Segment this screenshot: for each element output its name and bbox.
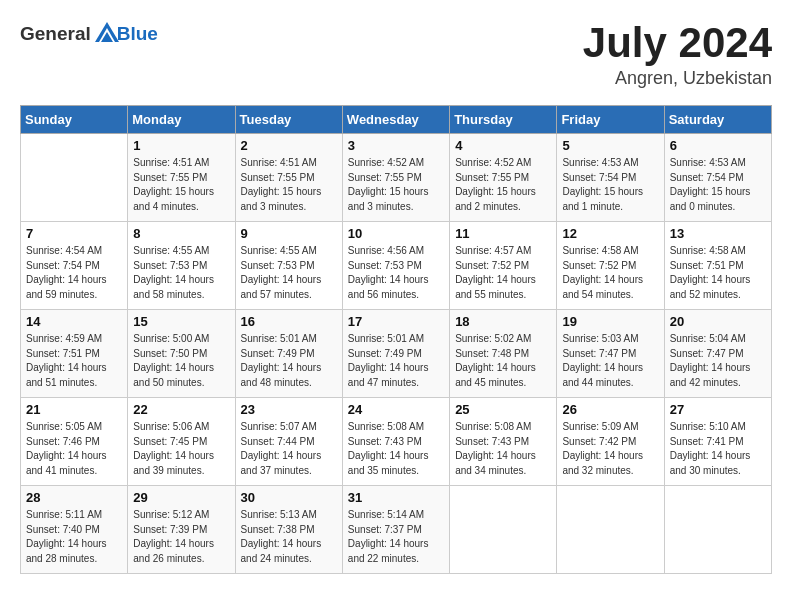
location-title: Angren, Uzbekistan — [583, 68, 772, 89]
calendar-day-cell: 14Sunrise: 4:59 AMSunset: 7:51 PMDayligh… — [21, 310, 128, 398]
day-number: 13 — [670, 226, 766, 241]
day-info: Sunrise: 4:51 AMSunset: 7:55 PMDaylight:… — [241, 156, 337, 214]
calendar-day-cell: 23Sunrise: 5:07 AMSunset: 7:44 PMDayligh… — [235, 398, 342, 486]
day-of-week-header: Thursday — [450, 106, 557, 134]
calendar-day-cell: 18Sunrise: 5:02 AMSunset: 7:48 PMDayligh… — [450, 310, 557, 398]
day-number: 26 — [562, 402, 658, 417]
logo: General Blue — [20, 20, 158, 48]
day-info: Sunrise: 5:04 AMSunset: 7:47 PMDaylight:… — [670, 332, 766, 390]
calendar-week-row: 21Sunrise: 5:05 AMSunset: 7:46 PMDayligh… — [21, 398, 772, 486]
calendar-day-cell: 8Sunrise: 4:55 AMSunset: 7:53 PMDaylight… — [128, 222, 235, 310]
day-info: Sunrise: 5:12 AMSunset: 7:39 PMDaylight:… — [133, 508, 229, 566]
calendar-day-cell — [21, 134, 128, 222]
calendar-day-cell — [557, 486, 664, 574]
day-of-week-header: Monday — [128, 106, 235, 134]
calendar-table: SundayMondayTuesdayWednesdayThursdayFrid… — [20, 105, 772, 574]
day-info: Sunrise: 5:07 AMSunset: 7:44 PMDaylight:… — [241, 420, 337, 478]
calendar-day-cell: 31Sunrise: 5:14 AMSunset: 7:37 PMDayligh… — [342, 486, 449, 574]
calendar-day-cell: 21Sunrise: 5:05 AMSunset: 7:46 PMDayligh… — [21, 398, 128, 486]
calendar-day-cell — [664, 486, 771, 574]
calendar-day-cell: 19Sunrise: 5:03 AMSunset: 7:47 PMDayligh… — [557, 310, 664, 398]
day-info: Sunrise: 4:58 AMSunset: 7:52 PMDaylight:… — [562, 244, 658, 302]
day-number: 23 — [241, 402, 337, 417]
month-title: July 2024 — [583, 20, 772, 66]
calendar-day-cell: 1Sunrise: 4:51 AMSunset: 7:55 PMDaylight… — [128, 134, 235, 222]
calendar-day-cell: 20Sunrise: 5:04 AMSunset: 7:47 PMDayligh… — [664, 310, 771, 398]
logo-blue: Blue — [117, 23, 158, 45]
calendar-day-cell: 27Sunrise: 5:10 AMSunset: 7:41 PMDayligh… — [664, 398, 771, 486]
calendar-day-cell: 24Sunrise: 5:08 AMSunset: 7:43 PMDayligh… — [342, 398, 449, 486]
day-info: Sunrise: 4:52 AMSunset: 7:55 PMDaylight:… — [348, 156, 444, 214]
day-of-week-header: Saturday — [664, 106, 771, 134]
calendar-week-row: 28Sunrise: 5:11 AMSunset: 7:40 PMDayligh… — [21, 486, 772, 574]
day-number: 8 — [133, 226, 229, 241]
calendar-day-cell: 4Sunrise: 4:52 AMSunset: 7:55 PMDaylight… — [450, 134, 557, 222]
day-number: 10 — [348, 226, 444, 241]
calendar-day-cell: 2Sunrise: 4:51 AMSunset: 7:55 PMDaylight… — [235, 134, 342, 222]
calendar-day-cell — [450, 486, 557, 574]
day-info: Sunrise: 4:59 AMSunset: 7:51 PMDaylight:… — [26, 332, 122, 390]
day-info: Sunrise: 4:58 AMSunset: 7:51 PMDaylight:… — [670, 244, 766, 302]
calendar-day-cell: 13Sunrise: 4:58 AMSunset: 7:51 PMDayligh… — [664, 222, 771, 310]
day-info: Sunrise: 5:06 AMSunset: 7:45 PMDaylight:… — [133, 420, 229, 478]
day-info: Sunrise: 4:52 AMSunset: 7:55 PMDaylight:… — [455, 156, 551, 214]
day-info: Sunrise: 5:00 AMSunset: 7:50 PMDaylight:… — [133, 332, 229, 390]
day-number: 24 — [348, 402, 444, 417]
day-info: Sunrise: 5:14 AMSunset: 7:37 PMDaylight:… — [348, 508, 444, 566]
day-info: Sunrise: 5:13 AMSunset: 7:38 PMDaylight:… — [241, 508, 337, 566]
day-number: 18 — [455, 314, 551, 329]
day-info: Sunrise: 5:08 AMSunset: 7:43 PMDaylight:… — [455, 420, 551, 478]
calendar-day-cell: 12Sunrise: 4:58 AMSunset: 7:52 PMDayligh… — [557, 222, 664, 310]
calendar-day-cell: 11Sunrise: 4:57 AMSunset: 7:52 PMDayligh… — [450, 222, 557, 310]
calendar-header-row: SundayMondayTuesdayWednesdayThursdayFrid… — [21, 106, 772, 134]
day-number: 15 — [133, 314, 229, 329]
calendar-day-cell: 17Sunrise: 5:01 AMSunset: 7:49 PMDayligh… — [342, 310, 449, 398]
calendar-day-cell: 26Sunrise: 5:09 AMSunset: 7:42 PMDayligh… — [557, 398, 664, 486]
calendar-day-cell: 10Sunrise: 4:56 AMSunset: 7:53 PMDayligh… — [342, 222, 449, 310]
day-number: 6 — [670, 138, 766, 153]
calendar-day-cell: 7Sunrise: 4:54 AMSunset: 7:54 PMDaylight… — [21, 222, 128, 310]
calendar-day-cell: 9Sunrise: 4:55 AMSunset: 7:53 PMDaylight… — [235, 222, 342, 310]
day-number: 19 — [562, 314, 658, 329]
calendar-day-cell: 30Sunrise: 5:13 AMSunset: 7:38 PMDayligh… — [235, 486, 342, 574]
day-info: Sunrise: 5:01 AMSunset: 7:49 PMDaylight:… — [348, 332, 444, 390]
day-number: 12 — [562, 226, 658, 241]
day-info: Sunrise: 4:53 AMSunset: 7:54 PMDaylight:… — [670, 156, 766, 214]
day-info: Sunrise: 5:10 AMSunset: 7:41 PMDaylight:… — [670, 420, 766, 478]
day-info: Sunrise: 5:11 AMSunset: 7:40 PMDaylight:… — [26, 508, 122, 566]
day-number: 20 — [670, 314, 766, 329]
calendar-day-cell: 22Sunrise: 5:06 AMSunset: 7:45 PMDayligh… — [128, 398, 235, 486]
day-number: 9 — [241, 226, 337, 241]
calendar-week-row: 7Sunrise: 4:54 AMSunset: 7:54 PMDaylight… — [21, 222, 772, 310]
day-of-week-header: Wednesday — [342, 106, 449, 134]
day-number: 16 — [241, 314, 337, 329]
calendar-day-cell: 29Sunrise: 5:12 AMSunset: 7:39 PMDayligh… — [128, 486, 235, 574]
day-info: Sunrise: 4:56 AMSunset: 7:53 PMDaylight:… — [348, 244, 444, 302]
day-of-week-header: Friday — [557, 106, 664, 134]
day-number: 21 — [26, 402, 122, 417]
day-info: Sunrise: 5:08 AMSunset: 7:43 PMDaylight:… — [348, 420, 444, 478]
calendar-day-cell: 28Sunrise: 5:11 AMSunset: 7:40 PMDayligh… — [21, 486, 128, 574]
day-number: 11 — [455, 226, 551, 241]
day-number: 28 — [26, 490, 122, 505]
page-header: General Blue July 2024 Angren, Uzbekista… — [20, 20, 772, 89]
day-info: Sunrise: 5:02 AMSunset: 7:48 PMDaylight:… — [455, 332, 551, 390]
calendar-day-cell: 25Sunrise: 5:08 AMSunset: 7:43 PMDayligh… — [450, 398, 557, 486]
day-number: 31 — [348, 490, 444, 505]
day-number: 2 — [241, 138, 337, 153]
day-number: 27 — [670, 402, 766, 417]
calendar-week-row: 14Sunrise: 4:59 AMSunset: 7:51 PMDayligh… — [21, 310, 772, 398]
calendar-day-cell: 3Sunrise: 4:52 AMSunset: 7:55 PMDaylight… — [342, 134, 449, 222]
day-number: 22 — [133, 402, 229, 417]
calendar-body: 1Sunrise: 4:51 AMSunset: 7:55 PMDaylight… — [21, 134, 772, 574]
day-info: Sunrise: 5:03 AMSunset: 7:47 PMDaylight:… — [562, 332, 658, 390]
calendar-day-cell: 15Sunrise: 5:00 AMSunset: 7:50 PMDayligh… — [128, 310, 235, 398]
day-info: Sunrise: 5:01 AMSunset: 7:49 PMDaylight:… — [241, 332, 337, 390]
day-info: Sunrise: 4:54 AMSunset: 7:54 PMDaylight:… — [26, 244, 122, 302]
day-number: 7 — [26, 226, 122, 241]
day-info: Sunrise: 4:51 AMSunset: 7:55 PMDaylight:… — [133, 156, 229, 214]
day-number: 30 — [241, 490, 337, 505]
day-number: 14 — [26, 314, 122, 329]
day-number: 1 — [133, 138, 229, 153]
day-info: Sunrise: 4:53 AMSunset: 7:54 PMDaylight:… — [562, 156, 658, 214]
